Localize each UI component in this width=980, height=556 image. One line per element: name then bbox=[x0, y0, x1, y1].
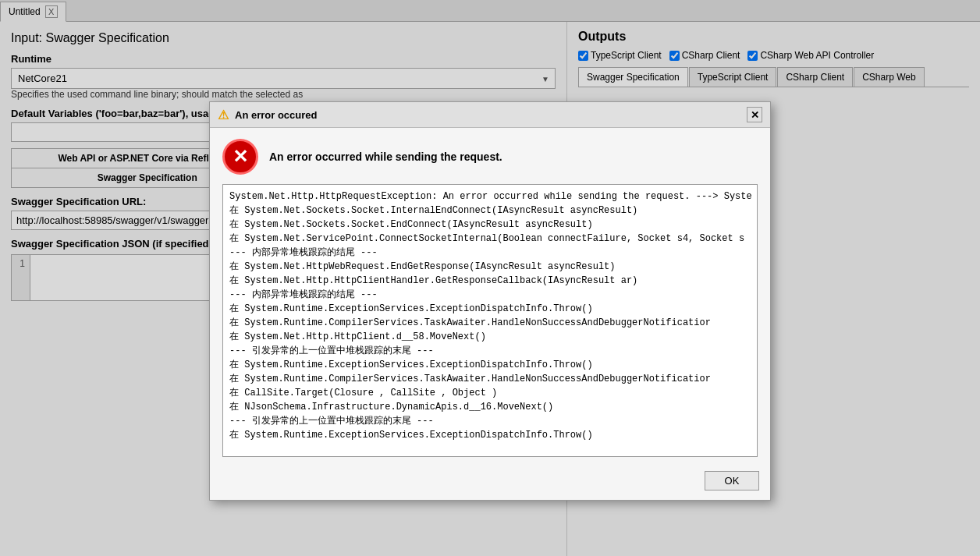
error-log-content: System.Net.Http.HttpRequestException: An… bbox=[229, 189, 751, 442]
dialog-close-button[interactable]: ✕ bbox=[747, 107, 762, 122]
error-dialog: ⚠ An error occured ✕ ✕ An error occurred… bbox=[209, 101, 771, 501]
log-line: --- 内部异常堆栈跟踪的结尾 --- bbox=[229, 246, 751, 260]
error-header: ✕ An error occurred while sending the re… bbox=[222, 139, 758, 175]
log-line: 在 System.Net.HttpWebRequest.EndGetRespon… bbox=[229, 260, 751, 274]
log-line: 在 System.Runtime.CompilerServices.TaskAw… bbox=[229, 372, 751, 386]
log-line: 在 System.Net.Http.HttpClientHandler.GetR… bbox=[229, 274, 751, 288]
log-line: 在 System.Net.Sockets.Socket.InternalEndC… bbox=[229, 204, 751, 218]
log-line: 在 System.Runtime.ExceptionServices.Excep… bbox=[229, 358, 751, 372]
dialog-footer: OK bbox=[210, 465, 770, 500]
dialog-title-icon: ⚠ bbox=[218, 108, 229, 122]
log-line: 在 System.Runtime.CompilerServices.TaskAw… bbox=[229, 316, 751, 330]
log-line: 在 System.Net.Sockets.Socket.EndConnect(I… bbox=[229, 218, 751, 232]
log-line: --- 引发异常的上一位置中堆栈跟踪的末尾 --- bbox=[229, 414, 751, 428]
error-x-icon: ✕ bbox=[233, 146, 248, 168]
log-line: 在 CallSite.Target(Closure , CallSite , O… bbox=[229, 386, 751, 400]
log-line: --- 引发异常的上一位置中堆栈跟踪的末尾 --- bbox=[229, 344, 751, 358]
dialog-overlay: ⚠ An error occured ✕ ✕ An error occurred… bbox=[0, 0, 980, 556]
dialog-body: ✕ An error occurred while sending the re… bbox=[210, 128, 770, 465]
main-window: Untitled X Input: Swagger Specification … bbox=[0, 0, 980, 556]
log-line: 在 System.Net.ServicePoint.ConnectSocketI… bbox=[229, 232, 751, 246]
dialog-title-text: An error occured bbox=[235, 109, 747, 121]
log-line: 在 System.Net.Http.HttpClient.d__58.MoveN… bbox=[229, 330, 751, 344]
error-log[interactable]: System.Net.Http.HttpRequestException: An… bbox=[222, 184, 758, 457]
log-line: 在 System.Runtime.ExceptionServices.Excep… bbox=[229, 302, 751, 316]
log-line: 在 System.Runtime.ExceptionServices.Excep… bbox=[229, 428, 751, 442]
error-main-text: An error occurred while sending the requ… bbox=[269, 151, 502, 163]
log-line: 在 NJsonSchema.Infrastructure.DynamicApis… bbox=[229, 400, 751, 414]
log-line: --- 内部异常堆栈跟踪的结尾 --- bbox=[229, 288, 751, 302]
dialog-titlebar: ⚠ An error occured ✕ bbox=[210, 102, 770, 128]
log-line: System.Net.Http.HttpRequestException: An… bbox=[229, 189, 751, 204]
ok-button[interactable]: OK bbox=[705, 471, 759, 490]
error-icon-circle: ✕ bbox=[222, 139, 258, 175]
